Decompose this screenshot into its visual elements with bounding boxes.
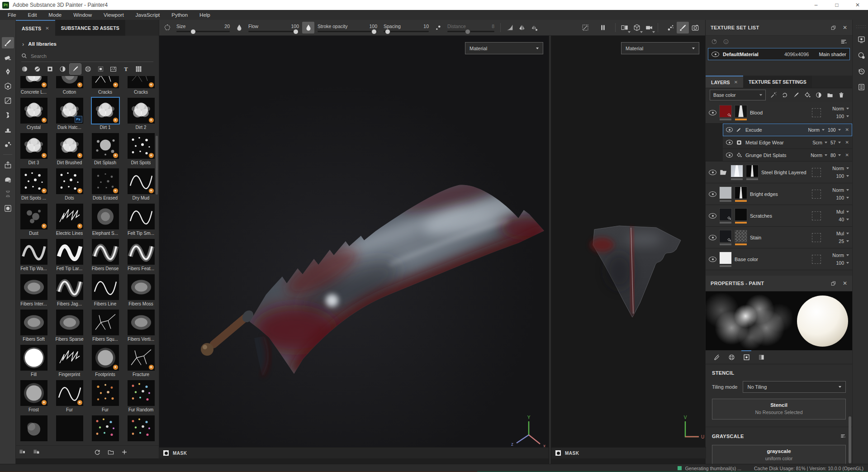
layer-content-thumb[interactable] bbox=[735, 208, 747, 221]
slider-track[interactable] bbox=[384, 31, 429, 32]
display-sphere-icon[interactable] bbox=[2, 203, 14, 214]
asset-item[interactable] bbox=[87, 415, 123, 446]
asset-item[interactable]: Felt Tip Sm... bbox=[123, 204, 159, 239]
single-set-icon[interactable]: 1 bbox=[722, 38, 730, 45]
close-panel-icon[interactable]: ✕ bbox=[843, 280, 847, 286]
asset-item[interactable]: Fill bbox=[16, 345, 52, 380]
pen-pressure-size-icon[interactable] bbox=[233, 22, 245, 33]
layer-content-thumb[interactable] bbox=[719, 186, 732, 199]
textures-filter-icon[interactable] bbox=[108, 64, 119, 74]
render-mode-icon[interactable] bbox=[689, 22, 701, 33]
asset-item[interactable]: Fibers Squ... bbox=[87, 310, 123, 345]
procedurals-filter-icon[interactable] bbox=[95, 64, 106, 74]
tab-alpha[interactable] bbox=[740, 351, 752, 363]
smudge-tool[interactable] bbox=[2, 95, 14, 106]
uv-tile-toggle[interactable] bbox=[812, 233, 821, 242]
asset-item[interactable]: Fibers Feat... bbox=[123, 239, 159, 274]
asset-item[interactable]: Dirt Spots ... bbox=[16, 168, 52, 204]
opacity-dropdown[interactable]: 100 bbox=[828, 127, 841, 133]
layer-content-thumb[interactable] bbox=[719, 230, 732, 243]
slider-flow[interactable]: Flow100 bbox=[245, 24, 302, 32]
pen-pressure-flow-icon[interactable] bbox=[302, 22, 314, 33]
close-panel-icon[interactable]: ✕ bbox=[843, 24, 847, 31]
stroke-falloff-icon[interactable] bbox=[503, 22, 516, 33]
blend-mode-dropdown[interactable]: Mul bbox=[836, 231, 849, 236]
channel-bar-3d[interactable]: MASK bbox=[159, 447, 549, 458]
layer-thumbnail[interactable] bbox=[735, 230, 747, 245]
asset-item[interactable]: Frost bbox=[16, 380, 52, 415]
asset-item[interactable]: Crystal bbox=[16, 98, 52, 133]
menu-javascript[interactable]: JavaScript bbox=[130, 12, 166, 18]
visibility-eye-icon[interactable] bbox=[726, 153, 733, 157]
layer-row[interactable]: Base colorNorm100 bbox=[706, 248, 852, 270]
slider-track[interactable] bbox=[248, 31, 299, 32]
blend-mode-dropdown[interactable]: Norm bbox=[811, 153, 827, 158]
uv-tile-toggle[interactable] bbox=[812, 255, 821, 264]
particles-filter-icon[interactable] bbox=[82, 64, 94, 74]
tab-brush[interactable] bbox=[711, 351, 722, 363]
polygon-lasso-icon[interactable] bbox=[161, 22, 173, 33]
asset-item[interactable]: PsDark Hatc... bbox=[52, 98, 87, 133]
add-folder-icon[interactable] bbox=[826, 91, 834, 99]
grayscale-options-icon[interactable] bbox=[840, 433, 846, 439]
layer-mask-thumb[interactable] bbox=[746, 165, 759, 177]
slider-knob[interactable] bbox=[293, 29, 299, 34]
add-smart-material-icon[interactable] bbox=[770, 91, 777, 99]
asset-item[interactable]: Footprints bbox=[87, 345, 123, 380]
asset-item[interactable]: Fibers Moss bbox=[123, 274, 159, 310]
asset-item[interactable]: Fibers Soft bbox=[16, 310, 52, 345]
blend-mode-dropdown[interactable]: Scrn bbox=[812, 140, 827, 145]
asset-item[interactable]: Fibers Dense bbox=[87, 239, 123, 274]
asset-item[interactable]: Concrete L... bbox=[16, 76, 52, 98]
layer-content-thumb[interactable] bbox=[719, 105, 732, 118]
layer-row[interactable]: StainMul25 bbox=[706, 227, 852, 248]
slider-distance[interactable]: Distance8 bbox=[444, 24, 498, 32]
dock-grip[interactable]: ············ bbox=[856, 24, 867, 29]
close-tab-icon[interactable]: ✕ bbox=[45, 26, 49, 31]
asset-item[interactable]: Fibers Inter... bbox=[16, 274, 52, 310]
layer-thumbnail[interactable] bbox=[730, 165, 743, 180]
texture-set-row[interactable]: DefaultMaterial4096x4096Main shader bbox=[708, 48, 850, 60]
visibility-eye-icon[interactable] bbox=[709, 170, 716, 175]
paint-mode-icon[interactable] bbox=[677, 22, 689, 33]
log-icon[interactable] bbox=[856, 81, 867, 92]
close-button[interactable]: ✕ bbox=[847, 0, 868, 10]
layer-content-thumb[interactable] bbox=[719, 208, 732, 221]
layer-thumbnail[interactable] bbox=[719, 105, 732, 120]
add-mask-icon[interactable] bbox=[815, 91, 822, 99]
bake-icon[interactable] bbox=[2, 174, 14, 185]
filters-filter-icon[interactable] bbox=[57, 64, 68, 74]
remove-effect-icon[interactable]: ✕ bbox=[845, 153, 849, 157]
layer-row[interactable]: Steel Bright LayeredNorm100 bbox=[706, 162, 852, 183]
slider-knob[interactable] bbox=[465, 29, 470, 34]
paint-brush-tool[interactable] bbox=[2, 37, 14, 48]
asset-item[interactable]: Dirt Spots bbox=[123, 133, 159, 168]
add-fill-layer-icon[interactable] bbox=[804, 91, 811, 99]
tab-layers[interactable]: LAYERS✕ bbox=[706, 76, 743, 88]
hourglass-icon[interactable] bbox=[2, 188, 14, 200]
asset-item[interactable]: Fibers Jag... bbox=[52, 274, 87, 310]
visibility-eye-icon[interactable] bbox=[709, 257, 716, 262]
asset-item[interactable] bbox=[123, 415, 159, 446]
lazy-mouse-icon[interactable] bbox=[579, 22, 591, 33]
channel-bar-2d[interactable]: MASK bbox=[551, 447, 706, 458]
uv-tile-toggle[interactable] bbox=[812, 211, 821, 220]
blend-mode-dropdown[interactable]: Mul bbox=[836, 209, 849, 215]
stencil-resource-slot[interactable]: Stencil No Resource Selected bbox=[712, 399, 846, 420]
blend-mode-dropdown[interactable]: Norm bbox=[832, 187, 849, 193]
visibility-eye-icon[interactable] bbox=[709, 235, 716, 240]
blend-mode-dropdown[interactable]: Norm bbox=[832, 253, 849, 258]
asset-item[interactable]: Fetl Tip Lar... bbox=[52, 239, 87, 274]
blend-mode-dropdown[interactable]: Norm bbox=[832, 106, 849, 111]
blend-mode-dropdown[interactable]: Norm bbox=[808, 127, 825, 133]
slider-stroke-opacity[interactable]: Stroke opacity100 bbox=[314, 24, 380, 32]
layer-mask-thumb[interactable] bbox=[735, 186, 747, 199]
pause-engine-icon[interactable] bbox=[597, 22, 609, 33]
viewport-2d[interactable]: Material bbox=[551, 36, 706, 464]
asset-item[interactable]: Cracks bbox=[87, 76, 123, 98]
menu-help[interactable]: Help bbox=[194, 12, 216, 18]
grayscale-resource-slot[interactable]: grayscale uniform color bbox=[712, 445, 846, 464]
shader-settings-icon[interactable] bbox=[856, 50, 867, 61]
uv-tile-toggle[interactable] bbox=[812, 108, 821, 117]
asset-item[interactable] bbox=[52, 415, 87, 446]
